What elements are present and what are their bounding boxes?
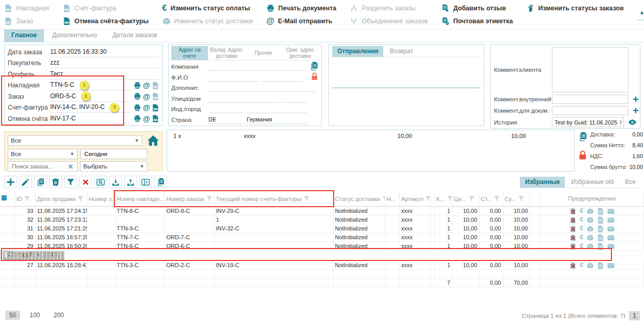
toolbar-button-invoice[interactable]: 123 Счёт-фактура (63, 3, 149, 13)
print-invoice-icon[interactable] (133, 104, 141, 112)
print-waybill-icon[interactable] (133, 82, 141, 89)
home-icon[interactable] (147, 134, 159, 147)
tab-shipments[interactable]: Отправления (332, 46, 383, 57)
column-header-current-invoice-number[interactable]: Текущий номер счета-фактуры (214, 191, 333, 206)
column-header-number[interactable]: Номер з... (87, 191, 115, 206)
additional-input[interactable] (207, 84, 316, 92)
copy-export-button[interactable] (154, 176, 167, 188)
profile-value[interactable]: Тест (50, 69, 159, 80)
euro-icon[interactable]: € (580, 224, 583, 232)
doc-x-icon[interactable] (570, 262, 577, 269)
filter-funnel-icon[interactable] (397, 195, 399, 202)
internal-comment-input[interactable] (552, 95, 628, 104)
buyer-value[interactable]: zzz (50, 58, 159, 68)
company-input[interactable] (207, 63, 306, 71)
detail-panel-button[interactable] (139, 176, 152, 188)
column-header-waybill-number[interactable]: Номер накладн... (115, 191, 164, 206)
history-select[interactable]: Test by Guid: 11.06.2025 ▲▼ (552, 117, 624, 127)
doc-x-icon[interactable] (64, 252, 65, 259)
toolbar-button-add-review[interactable]: Добавить отзыв (441, 3, 513, 13)
column-header-id[interactable]: ID (14, 191, 35, 206)
copy-row-button[interactable] (34, 176, 47, 188)
table-row[interactable]: ✓ 28 11.06.2025 16:33:30 TTN-5-C1 ORD-5-… (0, 251, 14, 261)
toolbar-button-cancel-invoice[interactable]: 123 Отмена счёта-фактуры (63, 16, 149, 26)
column-header-qty[interactable]: К... (435, 191, 452, 206)
box-icon[interactable] (587, 262, 594, 269)
print-cancel-invoice-icon[interactable] (133, 115, 141, 122)
cancel-invoice-value[interactable]: INV-17-C (50, 114, 131, 124)
view-history-eye-icon[interactable] (628, 118, 637, 127)
doc-icon[interactable] (597, 234, 604, 241)
euro-icon[interactable]: € (580, 207, 583, 214)
doc-x-icon[interactable] (570, 234, 577, 241)
euro-icon[interactable]: € (580, 233, 583, 241)
order-number-value[interactable]: ORD-5-C2 (50, 91, 131, 102)
filter-select-choose[interactable]: Выбрать▼ (80, 161, 147, 172)
tab-valid-shipping-address[interactable]: Валид. Адрес доставки (208, 46, 245, 60)
add-row-button[interactable] (4, 176, 17, 188)
current-page-button[interactable]: 1 (629, 311, 640, 320)
clear-search-icon[interactable]: ✕ (67, 163, 74, 171)
tab-all[interactable]: Все (620, 177, 641, 188)
tab-order-details[interactable]: Детали заказов (106, 29, 164, 42)
waybill-doc-icon[interactable]: 123 (152, 82, 159, 89)
toolbar-button-merge-orders[interactable]: Объединение заказов (350, 16, 428, 26)
print-order-icon[interactable] (133, 92, 141, 100)
doc-icon[interactable] (597, 208, 604, 215)
zip-input[interactable] (207, 105, 243, 113)
tasks-button[interactable]: Tasks (637, 8, 644, 21)
page-size-200[interactable]: 200 (49, 311, 68, 320)
column-header-price[interactable]: Це... (452, 191, 479, 206)
invoice-doc-icon[interactable]: 123 (152, 104, 159, 112)
envelope-icon[interactable] (607, 243, 615, 250)
page-size-100[interactable]: 100 (25, 311, 44, 320)
toolbar-button-order[interactable]: 123 Заказ (4, 16, 49, 26)
toolbar-button-change-order-statuses[interactable]: Изменить статусы заказов (526, 3, 623, 13)
filter-funnel-icon[interactable] (382, 195, 385, 202)
column-header-sum[interactable]: Су... (503, 191, 530, 206)
box-icon[interactable] (587, 217, 594, 224)
doc-icon[interactable] (597, 243, 604, 250)
order-search-input[interactable] (11, 163, 67, 170)
box-icon[interactable] (587, 234, 594, 241)
country-name-input[interactable] (246, 116, 307, 124)
tab-other[interactable]: Прочее (245, 46, 282, 60)
table-row[interactable]: 33 11.06.2025 17:24:15 TTN-8-C ORD-8-C I… (0, 206, 644, 215)
column-header-sale-date[interactable]: Дата продажи (35, 191, 87, 206)
documents-icon[interactable] (578, 132, 588, 142)
column-header-delivery-status[interactable]: Статус доставки (333, 191, 385, 206)
toolbar-button-waybill[interactable]: 123 Накладная (4, 3, 49, 13)
filter-funnel-icon[interactable] (425, 195, 430, 202)
toolbar-button-split-orders[interactable]: Разделить заказы (350, 3, 428, 13)
order-doc-icon[interactable]: 123 (152, 92, 159, 100)
select-all-checkbox[interactable] (2, 195, 7, 200)
client-comment-textarea[interactable] (552, 47, 628, 92)
house-input[interactable] (282, 95, 307, 103)
doc-icon[interactable] (597, 217, 604, 224)
order-items-panel[interactable]: 1 x xxxx 10,00 10,00 (167, 130, 575, 172)
delete-row-button[interactable] (49, 176, 62, 188)
envelope-icon[interactable] (607, 217, 615, 224)
filter-funnel-icon[interactable] (206, 195, 213, 202)
doc-x-icon[interactable] (570, 243, 577, 250)
filter-funnel-icon[interactable] (24, 195, 31, 202)
filter-select-all[interactable]: Все▼ (8, 135, 142, 146)
euro-icon[interactable]: € (580, 261, 583, 269)
country-code-input[interactable] (207, 116, 243, 124)
table-row[interactable]: 27 11.06.2025 15:28:41 TTN-3-C ORD-2-C I… (0, 261, 644, 270)
import-button[interactable] (109, 176, 122, 188)
filter-select-status[interactable]: Все▼ (8, 149, 78, 159)
doc-icon[interactable] (597, 225, 604, 233)
column-header-warnings[interactable]: Предупреждения (540, 191, 644, 206)
column-header-st[interactable]: Ст... (479, 191, 503, 206)
email-waybill-icon[interactable]: @ (143, 81, 150, 89)
email-invoice-icon[interactable]: @ (143, 103, 150, 112)
column-header-select[interactable] (0, 191, 14, 206)
box-icon[interactable] (587, 208, 594, 215)
toolbar-button-send-email[interactable]: @ E-Mail отправить (266, 16, 337, 26)
filter-funnel-icon[interactable] (518, 195, 525, 202)
envelope-icon[interactable] (607, 225, 615, 233)
filter-funnel-icon[interactable] (493, 195, 500, 202)
copy-address-icon[interactable] (309, 61, 319, 71)
city-input[interactable] (246, 105, 307, 113)
